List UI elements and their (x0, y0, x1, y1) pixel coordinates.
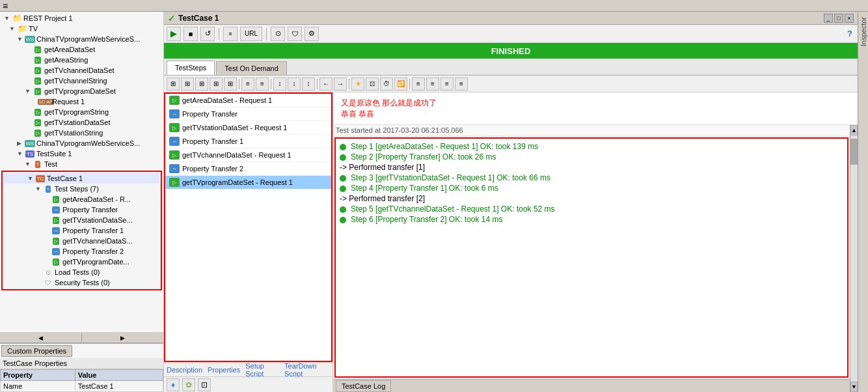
lower-btn-1[interactable]: ♦ (167, 378, 180, 391)
bottom-left-panel: Custom Properties TestCase Properties Pr… (0, 343, 163, 392)
tree-step-prop-transfer-1[interactable]: ↔ Property Transfer 1 (4, 225, 159, 236)
toolbar-btn-20[interactable]: ≡ (455, 77, 468, 91)
tree-label: TestCase 1 (47, 175, 83, 182)
separator (266, 28, 267, 40)
tree-item-get-area-dataset[interactable]: ▷ getAreaDataSet (1, 44, 162, 55)
maximize-btn[interactable]: □ (834, 14, 843, 23)
scroll-left-btn[interactable]: ◀ (0, 333, 82, 343)
tree-item-get-tvstation-dataset[interactable]: ▷ getTVstationDataSet (1, 117, 162, 128)
tree-item-test[interactable]: ▼ T Test (1, 159, 162, 169)
step-label: getAreaDataSet - Request 1 (182, 96, 272, 104)
tree-item-china-tv-1[interactable]: ▼ WS ChinaTVprogramWebServiceS... (1, 34, 162, 44)
lower-btn-2[interactable]: ✿ (182, 378, 195, 391)
tree-item-teststeps[interactable]: ▼ = Test Steps (7) (4, 184, 159, 194)
tree-step-get-tvstation[interactable]: ▷ getTVstationDataSe... (4, 215, 159, 225)
tree-item-security-tests[interactable]: 🛡 Security Tests (0) (4, 277, 159, 288)
tree-item-get-area-string[interactable]: ▷ getAreaString (1, 55, 162, 65)
stop-button[interactable]: ■ (183, 27, 198, 41)
testcase-log-tab[interactable]: TestCase Log (336, 380, 391, 392)
step-label: Property Transfer (182, 110, 237, 118)
scroll-down-btn[interactable]: ▼ (850, 382, 858, 392)
green-dot-icon (340, 154, 346, 161)
tree-item-get-tvchannel-string[interactable]: ▷ getTVchannelString (1, 76, 162, 86)
step-item-6[interactable]: ▷ getTVprogramDateSet - Request 1 (165, 176, 331, 189)
toolbar-btn-4[interactable]: ⊞ (210, 77, 223, 91)
step-item-0[interactable]: ▷ getAreaDataSet - Request 1 (165, 94, 331, 107)
url-button[interactable]: URL (240, 27, 262, 41)
tree-step-prop-transfer-2[interactable]: ↔ Property Transfer 2 (4, 246, 159, 257)
scroll-thumb[interactable] (850, 139, 858, 165)
toolbar-star-btn[interactable]: ★ (351, 77, 364, 91)
tree-item-get-tvprogram-string[interactable]: ▷ getTVprogramString (1, 107, 162, 117)
tab-description[interactable]: Description (167, 366, 202, 374)
step-item-4[interactable]: ▷ getTVchannelDataSet - Request 1 (165, 148, 331, 162)
scroll-up-btn[interactable]: ▲ (850, 125, 858, 135)
tree-item-china-tv-2[interactable]: ▶ WS ChinaTVprogramWebServiceS... (1, 138, 162, 148)
toolbar-btn-9[interactable]: ↕ (288, 77, 301, 91)
tree-label: getTVstationDataSet (44, 119, 111, 126)
tree-item-rest-project[interactable]: ▼ 📁 REST Project 1 (1, 13, 162, 23)
tree-item-testcase1[interactable]: ▼ TC TestCase 1 (4, 173, 159, 184)
soap-icon: SO AP (40, 97, 51, 106)
circle-button[interactable]: ⊙ (271, 27, 285, 41)
step-item-1[interactable]: ↔ Property Transfer (165, 107, 331, 121)
separator (219, 28, 219, 40)
toolbar-btn-10[interactable]: ↕ (302, 77, 315, 91)
log-area: Step 1 [getAreaDataSet - Request 1] OK: … (334, 137, 848, 378)
toolbar-btn-11[interactable]: ← (319, 77, 332, 91)
tab-properties[interactable]: Properties (208, 366, 240, 374)
toolbar-btn-16[interactable]: 🔂 (394, 77, 407, 91)
step-item-3[interactable]: ↔ Property Transfer 1 (165, 135, 331, 148)
tree-item-tv[interactable]: ▼ 📁 TV (1, 23, 162, 34)
minimize-btn[interactable]: _ (824, 14, 833, 23)
tab-teardown-script[interactable]: TearDown Script (284, 362, 330, 378)
toolbar-btn-19[interactable]: ≡ (441, 77, 454, 91)
reset-button[interactable]: ↺ (200, 27, 215, 41)
shield-button[interactable]: 🛡 (288, 27, 302, 41)
tree-label: getTVchannelString (44, 77, 107, 85)
toolbar-btn-3[interactable]: ⊞ (195, 77, 208, 91)
tree-item-load-tests[interactable]: ⊙ Load Tests (0) (4, 267, 159, 277)
settings-button[interactable]: ⚙ (305, 27, 319, 41)
menu-icon[interactable]: ≡ (3, 1, 8, 11)
tree-item-get-tvstation-string[interactable]: ▷ getTVstationString (1, 128, 162, 138)
toolbar-btn-2[interactable]: ⊞ (181, 77, 194, 91)
tree-item-get-tvchannel-dataset[interactable]: ▷ getTVchannelDataSet (1, 65, 162, 76)
toolbar-btn-15[interactable]: ⏱ (380, 77, 393, 91)
help-button[interactable]: ? (845, 29, 855, 39)
table-row: Name TestCase 1 (1, 381, 163, 392)
request-icon: ▷ (33, 128, 43, 137)
step-item-2[interactable]: ▷ getTVstationDataSet - Request 1 (165, 121, 331, 135)
tab-setup-script[interactable]: Setup Script (245, 362, 279, 378)
toolbar-btn-5[interactable]: ⊞ (224, 77, 237, 91)
tree-label: Test Steps (7) (55, 185, 99, 193)
toolbar-btn-6[interactable]: ≡ (241, 77, 254, 91)
toolbar-btn-17[interactable]: ≡ (412, 77, 425, 91)
custom-props-button[interactable]: Custom Properties (1, 345, 72, 357)
steps-button[interactable]: ≡ (223, 27, 237, 41)
transfer-step-icon: ↔ (51, 205, 61, 214)
toolbar-btn-18[interactable]: ≡ (426, 77, 439, 91)
toolbar-btn-14[interactable]: ⊡ (366, 77, 379, 91)
tree-step-prop-transfer[interactable]: ↔ Property Transfer (4, 204, 159, 215)
step-request-icon: ▷ (169, 150, 180, 160)
close-btn[interactable]: × (845, 14, 854, 23)
run-button[interactable]: ▶ (167, 27, 181, 41)
toolbar-btn-8[interactable]: ↕ (273, 77, 286, 91)
step-item-5[interactable]: ↔ Property Transfer 2 (165, 162, 331, 176)
tab-teststeps[interactable]: TestSteps (167, 61, 215, 75)
sep3 (317, 79, 318, 89)
tree-step-get-tvchannel[interactable]: ▷ getTVchannelDataS... (4, 236, 159, 246)
toolbar-btn-7[interactable]: ≡ (256, 77, 269, 91)
lower-btn-3[interactable]: ⊡ (198, 378, 211, 391)
tree-item-request1[interactable]: SO AP Request 1 (1, 96, 162, 107)
tree-step-get-tvprogram[interactable]: ▷ getTVprogramDate... (4, 257, 159, 267)
scroll-right-btn[interactable]: ▶ (82, 333, 163, 343)
expand-icon: ▼ (25, 88, 33, 94)
toolbar-btn-12[interactable]: → (334, 77, 347, 91)
tree-item-testsuite1[interactable]: ▼ TS TestSuite 1 (1, 148, 162, 159)
tree-step-get-area[interactable]: ▷ getAreaDataSet - R... (4, 194, 159, 204)
tree-item-get-tvprogram-dataset[interactable]: ▼ ▷ getTVprogramDateSet (1, 86, 162, 96)
toolbar-btn-1[interactable]: ⊞ (167, 77, 180, 91)
tab-test-on-demand[interactable]: Test On Demand (216, 61, 287, 75)
